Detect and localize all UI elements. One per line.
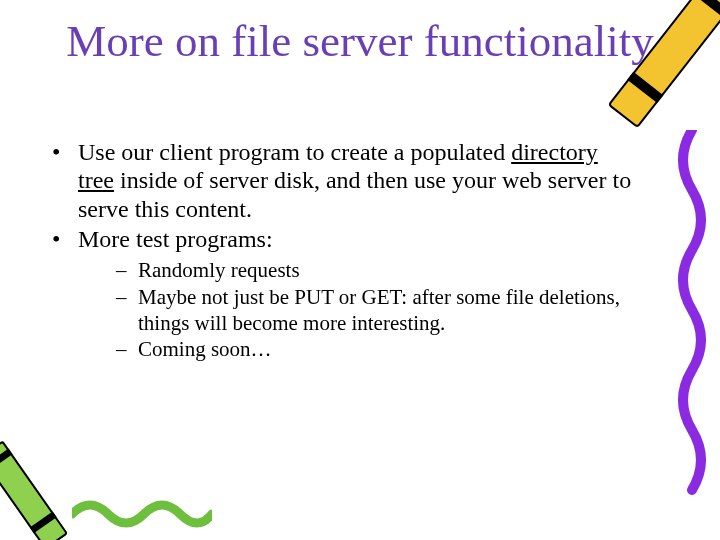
bullet-text: Use our client program to create a popul… (78, 139, 511, 165)
bullet-text: More test programs: (78, 226, 273, 252)
crayon-green-icon (0, 440, 68, 540)
bullet-item: More test programs: Randomly requests Ma… (44, 225, 634, 362)
sub-bullet-text: Maybe not just be PUT or GET: after some… (138, 285, 620, 335)
sub-bullet-item: Coming soon… (78, 336, 634, 362)
bullet-text: inside of server disk, and then use your… (78, 167, 631, 221)
bullet-item: Use our client program to create a popul… (44, 138, 634, 223)
squiggle-green-icon (72, 494, 212, 534)
slide-title: More on file server functionality (0, 18, 720, 65)
sub-bullet-item: Maybe not just be PUT or GET: after some… (78, 284, 634, 337)
slide: More on file server functionality Use ou… (0, 0, 720, 540)
sub-bullet-text: Coming soon… (138, 337, 272, 361)
slide-body: Use our client program to create a popul… (44, 138, 634, 364)
sub-bullet-text: Randomly requests (138, 258, 300, 282)
sub-bullet-item: Randomly requests (78, 257, 634, 283)
squiggle-purple-icon (672, 130, 714, 510)
